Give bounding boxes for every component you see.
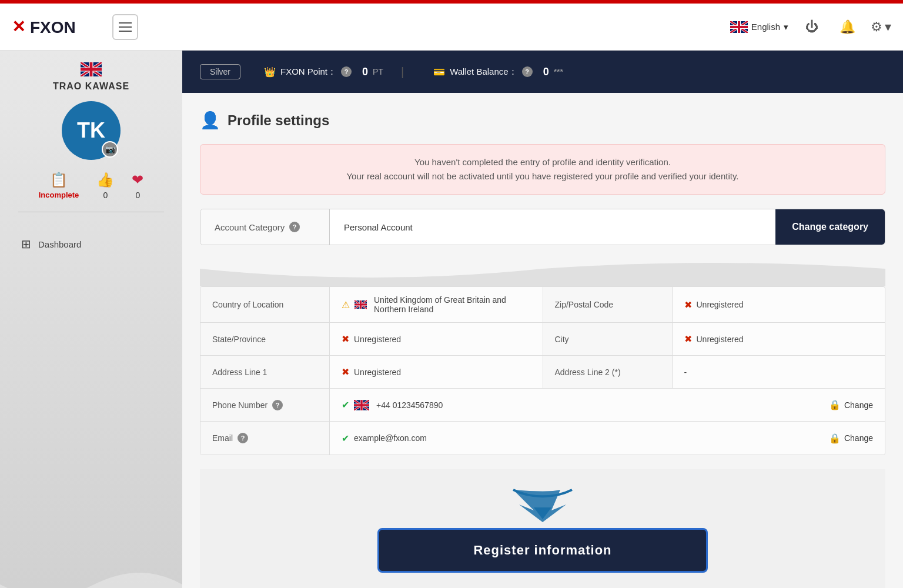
x-icon: ✖ (342, 366, 349, 377)
phone-flag-icon (354, 400, 369, 410)
svg-text:FXON: FXON (30, 18, 76, 36)
sidebar-item-dashboard[interactable]: ⊞ Dashboard (12, 230, 170, 258)
table-row: Address Line 1 ✖ Unregistered Address Li… (200, 356, 885, 389)
email-value-text: example@fxon.com (354, 433, 427, 443)
profile-title-text: Profile settings (228, 112, 329, 129)
dashboard-label: Dashboard (38, 239, 81, 249)
table-row: State/Province ✖ Unregistered City ✖ Unr… (200, 323, 885, 356)
zip-value: ✖ Unregistered (673, 287, 885, 322)
fxon-point-unit: PT (373, 67, 383, 76)
city-label: City (543, 323, 673, 355)
email-value: ✔ example@fxon.com 🔒 Change (330, 422, 885, 455)
account-category-label-text: Account Category (215, 222, 285, 232)
email-help-icon[interactable]: ? (238, 433, 248, 443)
x-icon: ✖ (684, 333, 692, 345)
lock-icon: 🔒 (829, 433, 841, 444)
wallet-help-icon[interactable]: ? (522, 66, 533, 77)
profile-info-table: Country of Location ⚠ United Kingdom of … (200, 286, 885, 455)
address2-value: - (673, 356, 885, 388)
layout: TRAO KAWASE TK 📷 📋 Incomplete 👍 0 ❤ 0 (0, 51, 903, 588)
phone-change-button[interactable]: 🔒 Change (829, 399, 873, 410)
change-category-button[interactable]: Change category (775, 209, 885, 245)
avatar-initials: TK (77, 118, 105, 143)
logo-x-icon: ✕ (12, 17, 25, 36)
chevron-down-icon: ▾ (784, 22, 788, 32)
dashboard-icon: ⊞ (21, 237, 31, 251)
fxon-point-section: 👑 FXON Point： ? 0 PT (264, 66, 383, 78)
logo-svg: FXON (30, 16, 101, 38)
person-icon: 👤 (200, 111, 220, 130)
country-label: Country of Location (200, 287, 330, 322)
account-category-value: Personal Account (330, 209, 775, 245)
fxon-point-help-icon[interactable]: ? (341, 66, 352, 77)
city-value-text: Unregistered (697, 335, 744, 344)
country-value-text: United Kingdom of Great Britain and Nort… (374, 295, 531, 314)
lock-icon: 🔒 (829, 399, 841, 410)
stat-incomplete-label: Incomplete (39, 191, 79, 199)
email-change-label: Change (844, 433, 873, 443)
avatar-container: TK 📷 (62, 101, 121, 160)
crown-icon: 👑 (264, 66, 276, 78)
stat-favorites[interactable]: ❤ 0 (132, 172, 143, 200)
gear-chevron: ▾ (885, 19, 891, 35)
account-category-help-icon[interactable]: ? (289, 222, 300, 232)
arrow-indicator-container (218, 487, 868, 522)
account-category-row: Account Category ? Personal Account Chan… (200, 209, 885, 245)
phone-value-text: +44 01234567890 (376, 400, 443, 410)
address1-label: Address Line 1 (200, 356, 330, 388)
phone-help-icon[interactable]: ? (272, 400, 283, 410)
separator: | (401, 65, 404, 79)
sidebar-username: TRAO KAWASE (53, 81, 129, 92)
camera-icon[interactable]: 📷 (102, 141, 118, 158)
phone-change-label: Change (844, 400, 873, 410)
account-category-label-cell: Account Category ? (200, 209, 330, 245)
email-change-button[interactable]: 🔒 Change (829, 433, 873, 444)
stat-documents[interactable]: 📋 Incomplete (39, 172, 79, 200)
header: ✕ FXON English ▾ ⏻ 🔔 (0, 4, 903, 51)
stat-favorites-value: 0 (135, 191, 140, 200)
language-selector[interactable]: English ▾ (730, 21, 788, 33)
uk-flag-icon (730, 21, 748, 33)
stat-likes[interactable]: 👍 0 (96, 172, 114, 200)
state-value: ✖ Unregistered (330, 323, 543, 355)
zip-value-text: Unregistered (697, 300, 744, 309)
sidebar-wave (0, 561, 182, 588)
wave-divider (200, 257, 885, 286)
power-icon: ⏻ (805, 19, 818, 35)
state-value-text: Unregistered (354, 335, 401, 344)
power-button[interactable]: ⏻ (800, 15, 824, 39)
country-flag-icon (354, 299, 367, 310)
alert-line2: Your real account will not be activated … (215, 169, 871, 183)
phone-label: Phone Number ? (200, 389, 330, 421)
city-value: ✖ Unregistered (673, 323, 885, 355)
check-icon: ✔ (342, 433, 349, 444)
address1-value: ✖ Unregistered (330, 356, 543, 388)
heart-icon: ❤ (132, 172, 143, 188)
wallet-section: 💳 Wallet Balance： ? 0 *** (433, 66, 563, 78)
wallet-stars: *** (554, 67, 563, 76)
country-value: ⚠ United Kingdom of Great Britain and No… (330, 287, 543, 322)
address1-value-text: Unregistered (354, 368, 401, 377)
address2-value-text: - (684, 368, 687, 377)
register-information-button[interactable]: Register information (377, 528, 707, 573)
warning-icon: ⚠ (342, 299, 350, 310)
header-right: English ▾ ⏻ 🔔 ⚙ ▾ (730, 15, 891, 39)
notification-button[interactable]: 🔔 (835, 15, 859, 39)
gear-icon: ⚙ (871, 19, 882, 35)
language-label: English (751, 22, 780, 32)
profile-title: 👤 Profile settings (200, 111, 885, 130)
state-label: State/Province (200, 323, 330, 355)
sidebar: TRAO KAWASE TK 📷 📋 Incomplete 👍 0 ❤ 0 (0, 51, 182, 588)
phone-label-text: Phone Number (212, 400, 267, 410)
top-info-bar: Silver 👑 FXON Point： ? 0 PT | 💳 Wallet B… (182, 51, 903, 93)
profile-alert: You haven't completed the entry of profi… (200, 144, 885, 195)
email-label-text: Email (212, 433, 233, 443)
thumbs-up-icon: 👍 (96, 172, 114, 188)
settings-button[interactable]: ⚙ ▾ (871, 19, 891, 35)
table-row: Email ? ✔ example@fxon.com 🔒 Change (200, 422, 885, 455)
wallet-icon: 💳 (433, 66, 445, 78)
logo: ✕ FXON (12, 16, 101, 38)
hamburger-button[interactable] (112, 14, 138, 40)
account-tier-badge: Silver (200, 64, 240, 79)
email-label: Email ? (200, 422, 330, 455)
